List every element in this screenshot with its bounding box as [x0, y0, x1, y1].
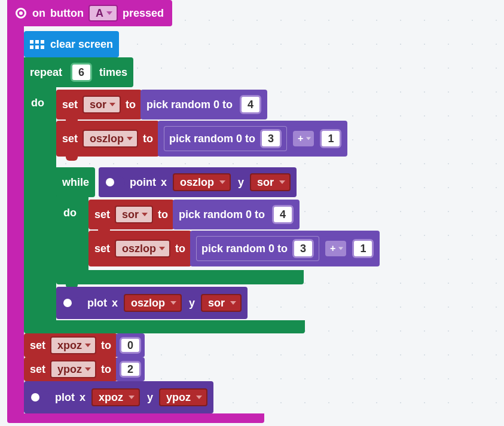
repeat-footer — [24, 320, 305, 333]
pick-label: pick random 0 to — [146, 99, 233, 111]
x-label: x — [80, 391, 85, 404]
y-var[interactable]: sor — [250, 173, 291, 191]
on-label: on — [32, 7, 45, 20]
hat-footer — [7, 413, 264, 423]
var-sor-dropdown[interactable]: sor — [83, 96, 121, 114]
repeat-count-input[interactable]: 6 — [71, 63, 92, 82]
times-label: times — [99, 66, 127, 79]
var-sor-dropdown[interactable]: sor — [115, 206, 153, 223]
set-label: set — [62, 133, 78, 145]
to-label: to — [158, 209, 168, 221]
pressed-label: pressed — [123, 7, 164, 20]
do-label: do — [63, 207, 77, 219]
toggle-icon — [62, 297, 83, 309]
pick-random-4[interactable]: pick random 0 to 4 — [173, 200, 300, 229]
ypoz-input[interactable]: 2 — [120, 361, 141, 378]
set-sor-block[interactable]: set sor to — [88, 200, 174, 229]
set-xpoz-row: set xpoz to 0 — [24, 333, 145, 357]
to-label: to — [101, 363, 111, 376]
pick-label: pick random 0 to — [169, 133, 255, 145]
var-ypoz-dropdown[interactable]: ypoz — [50, 360, 96, 378]
xpoz-val-wrap: 0 — [116, 333, 145, 357]
hat-spine — [7, 0, 24, 421]
math-plus-block[interactable]: pick random 0 to 3 + 1 — [158, 121, 347, 157]
set-oszlop-block[interactable]: set oszlop to — [88, 231, 191, 266]
pick-max-input[interactable]: 3 — [260, 129, 282, 148]
set-xpoz-block[interactable]: set xpoz to — [24, 333, 117, 357]
repeat-block[interactable]: repeat 6 times — [24, 57, 133, 87]
y-label: y — [147, 391, 153, 404]
plus-operand-input[interactable]: 1 — [320, 129, 341, 148]
set-oszlop-row-1: set oszlop to pick random 0 to 3 + 1 — [56, 121, 347, 157]
x-label: x — [112, 297, 118, 309]
set-oszlop-block[interactable]: set oszlop to — [56, 121, 159, 157]
while-footer — [56, 270, 304, 284]
plus-operand-input[interactable]: 1 — [352, 239, 374, 258]
pick-label: pick random 0 to — [201, 243, 288, 255]
while-label: while — [62, 176, 89, 189]
repeat-label: repeat — [30, 66, 62, 79]
plot-label: plot — [55, 391, 75, 404]
set-sor-row-1: set sor to pick random 0 to 4 — [56, 90, 267, 119]
button-dropdown[interactable]: A — [88, 5, 118, 22]
set-label: set — [30, 339, 45, 352]
ypoz-val-wrap: 2 — [116, 357, 145, 381]
to-label: to — [175, 243, 185, 255]
y-label: y — [189, 297, 195, 309]
operator-dropdown[interactable]: + — [325, 241, 346, 256]
pick-label: pick random 0 to — [179, 209, 265, 221]
set-ypoz-block[interactable]: set ypoz to — [24, 357, 117, 381]
x-label: x — [161, 176, 167, 189]
pick-random-4[interactable]: pick random 0 to 4 — [140, 90, 267, 119]
y-var[interactable]: ypoz — [159, 388, 207, 406]
point-block[interactable]: point x oszlop y sor — [99, 167, 297, 197]
var-oszlop-dropdown[interactable]: oszlop — [115, 240, 170, 258]
plot-block-1[interactable]: plot x oszlop y sor — [56, 287, 248, 319]
toggle-icon — [105, 176, 125, 188]
plot-block-2[interactable]: plot x xpoz y ypoz — [24, 381, 213, 413]
pick-max-input[interactable]: 4 — [272, 205, 294, 224]
set-sor-block[interactable]: set sor to — [56, 90, 142, 119]
pick-max-input[interactable]: 4 — [240, 95, 261, 114]
to-label: to — [143, 133, 153, 145]
point-label: point — [130, 176, 156, 189]
grid-icon — [30, 40, 44, 49]
x-var[interactable]: oszlop — [173, 173, 231, 191]
math-plus-block[interactable]: pick random 0 to 3 + 1 — [190, 231, 380, 266]
xpoz-input[interactable]: 0 — [120, 337, 141, 354]
do-label: do — [31, 97, 44, 109]
plot-label: plot — [87, 297, 107, 309]
operator-dropdown[interactable]: + — [293, 131, 314, 146]
clear-label: clear screen — [50, 38, 113, 51]
event-icon — [16, 8, 26, 19]
toggle-icon — [30, 391, 50, 403]
button-label: button — [50, 7, 84, 20]
x-var[interactable]: oszlop — [124, 294, 182, 312]
set-label: set — [94, 209, 110, 221]
while-block[interactable]: while point x oszlop y sor — [56, 167, 297, 197]
on-button-pressed-block[interactable]: on button A pressed — [7, 0, 172, 26]
y-var[interactable]: sor — [201, 294, 242, 312]
set-sor-row-2: set sor to pick random 0 to 4 — [88, 200, 300, 229]
x-var[interactable]: xpoz — [91, 388, 140, 406]
var-oszlop-dropdown[interactable]: oszlop — [83, 130, 138, 148]
to-label: to — [101, 339, 111, 352]
clear-screen-block[interactable]: clear screen — [24, 31, 119, 57]
to-label: to — [126, 99, 136, 111]
y-label: y — [238, 176, 244, 189]
var-xpoz-dropdown[interactable]: xpoz — [50, 336, 96, 354]
set-label: set — [62, 99, 78, 111]
pick-max-input[interactable]: 3 — [292, 239, 314, 258]
set-oszlop-row-2: set oszlop to pick random 0 to 3 + 1 — [88, 231, 380, 266]
set-ypoz-row: set ypoz to 2 — [24, 357, 145, 381]
set-label: set — [94, 243, 110, 255]
set-label: set — [30, 363, 45, 376]
